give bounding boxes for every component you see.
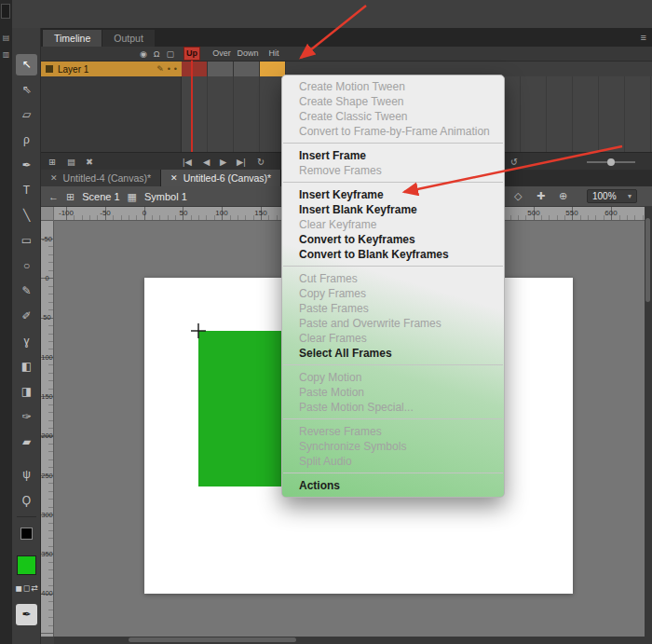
layer-visibility-dot[interactable]: • [168, 64, 170, 74]
tool-icon: ↖ [21, 58, 31, 71]
close-tab-icon[interactable]: ✕ [170, 173, 178, 183]
loop-icon[interactable]: ↻ [257, 153, 265, 171]
paint-bucket-tool[interactable]: ◧ [16, 356, 37, 377]
center-frame-icon[interactable]: ✚ [537, 190, 545, 202]
frame-down[interactable] [234, 62, 260, 76]
window-corner-icon [1, 4, 10, 19]
breadcrumb-scene[interactable]: Scene 1 [82, 191, 119, 202]
text-tool[interactable]: T [16, 180, 37, 201]
breadcrumb-symbol[interactable]: Symbol 1 [144, 191, 187, 202]
rectangle-tool[interactable]: ▭ [16, 230, 37, 252]
ruler-label: 100 [41, 353, 53, 362]
frame-hit-selected[interactable] [260, 62, 286, 76]
ink-bottle-tool[interactable]: ◨ [16, 381, 37, 403]
menu-item: Copy Frames [282, 286, 504, 301]
pen-tool[interactable]: ✒ [16, 155, 37, 176]
menu-item[interactable]: Convert to Blank Keyframes [282, 247, 504, 262]
back-arrow-icon[interactable]: ← [48, 191, 59, 202]
vertical-scrollbar-thumb[interactable] [645, 218, 650, 302]
free-transform-tool[interactable]: ▱ [16, 104, 37, 126]
playhead-marker[interactable]: Up [183, 47, 200, 61]
stroke-color-swatch[interactable] [20, 528, 33, 540]
document-tab-label: Untitled-4 (Canvas)* [63, 172, 152, 184]
play-icon[interactable]: ▶ [220, 153, 226, 171]
frame-over[interactable] [208, 62, 234, 76]
layer-type-icon [46, 65, 53, 73]
line-tool[interactable]: ╲ [16, 205, 37, 226]
panel-menu-icon[interactable]: ≡ [641, 32, 646, 43]
bone-tool[interactable]: ɣ [16, 331, 37, 352]
fill-color-swatch[interactable] [17, 555, 36, 575]
frame-state-label: Hit [269, 47, 279, 61]
tab-timeline[interactable]: Timeline [43, 30, 102, 47]
menu-item: Paste and Overwrite Frames [282, 316, 504, 331]
vertical-scrollbar[interactable] [645, 207, 652, 644]
dock-panel-icon-2[interactable]: ▥ [1, 50, 11, 59]
timeline-zoom-slider[interactable] [587, 161, 635, 163]
lock-all-layers-icon[interactable]: Ω [154, 49, 160, 59]
menu-item: Convert to Frame-by-Frame Animation [282, 124, 504, 139]
reset-timeline-icon[interactable]: ↺ [510, 153, 518, 171]
horizontal-scrollbar[interactable] [54, 637, 645, 644]
default-swap-colors-icon[interactable]: ◼◻⇄ [15, 583, 39, 593]
delete-layer-icon[interactable]: ✖ [86, 153, 93, 171]
frame-ruler: Up OverDownHit [182, 47, 652, 62]
hand-tool[interactable]: ψ [16, 464, 37, 486]
zoom-tool[interactable]: Ϙ [16, 490, 37, 512]
menu-item[interactable]: Convert to Keyframes [282, 232, 504, 247]
selection-tool[interactable]: ↖ [16, 54, 37, 75]
doc-tab-untitled-6[interactable]: ✕ Untitled-6 (Canvas)* [161, 170, 281, 186]
tool-icon: ⇖ [21, 83, 31, 96]
subselection-tool[interactable]: ⇖ [16, 79, 37, 101]
tab-output[interactable]: Output [102, 30, 155, 47]
menu-item[interactable]: Insert Frame [282, 148, 504, 163]
menu-item: Reverse Frames [282, 424, 504, 439]
dock-icon-glyph: ▤ [3, 34, 10, 42]
eyedropper-tool[interactable]: ✑ [16, 406, 37, 428]
step-back-icon[interactable]: ◀ [203, 153, 210, 171]
edit-symbols-icon[interactable]: ⊕ [559, 190, 567, 202]
pencil-tool[interactable]: ✎ [16, 281, 37, 302]
menu-item[interactable]: Select All Frames [282, 346, 504, 361]
ruler-label: 400 [41, 589, 53, 597]
ruler-label: 600 [604, 209, 617, 217]
menu-item[interactable]: Insert Blank Keyframe [282, 202, 504, 217]
new-folder-icon[interactable]: ▤ [67, 153, 75, 171]
timeline-header: ◉Ω▢ Up OverDownHit [41, 47, 652, 62]
oval-tool[interactable]: ○ [16, 255, 37, 277]
eraser-tool[interactable]: ▰ [16, 432, 37, 453]
menu-item[interactable]: Actions [282, 478, 504, 493]
flash-application-window: ▤▥ ↖⇖▱ρ✒T╲▭○✎✐ɣ◧◨✑▰ψϘ ◼◻⇄ ✒ TimelineOutp… [0, 0, 652, 644]
show-hide-all-layers-icon[interactable]: ◉ [140, 49, 147, 59]
ruler-label: 500 [527, 209, 539, 217]
horizontal-scrollbar-thumb[interactable] [129, 637, 296, 642]
ruler-label: 0 [143, 209, 146, 217]
ruler-label: 50 [41, 313, 53, 322]
outline-all-layers-icon[interactable]: ▢ [167, 49, 175, 59]
dock-panel-icon-1[interactable]: ▤ [1, 34, 11, 42]
menu-item[interactable]: Insert Keyframe [282, 187, 504, 202]
menu-item: Synchronize Symbols [282, 439, 504, 454]
chevron-down-icon: ▾ [628, 192, 632, 200]
doc-tab-untitled-4[interactable]: ✕ Untitled-4 (Canvas)* [41, 170, 161, 186]
ruler-label: 150 [41, 392, 53, 401]
ruler-label: 0 [41, 274, 53, 282]
tool-icon: ψ [22, 468, 31, 481]
new-layer-icon[interactable]: ⊞ [48, 153, 56, 171]
edit-scene-icon[interactable]: ◇ [514, 190, 522, 202]
scene-icon: ⊞ [66, 191, 75, 203]
go-to-last-frame-icon[interactable]: ▶| [237, 153, 246, 171]
layer-lock-dot[interactable]: • [174, 64, 177, 74]
tool-options-button[interactable]: ✒ [16, 604, 37, 625]
layer-name-label: Layer 1 [58, 64, 153, 75]
lasso-tool[interactable]: ρ [16, 130, 37, 151]
layer-name-cell[interactable]: Layer 1 ✎ • • [41, 62, 182, 76]
timeline-zoom-slider-thumb[interactable] [607, 158, 615, 166]
menu-item: Create Motion Tween [282, 79, 504, 94]
frame-up-playhead[interactable] [182, 62, 208, 76]
go-to-first-frame-icon[interactable]: |◀ [183, 153, 192, 171]
close-tab-icon[interactable]: ✕ [50, 173, 58, 183]
menu-item: Remove Frames [282, 163, 504, 178]
zoom-select[interactable]: 100% ▾ [587, 189, 637, 203]
brush-tool[interactable]: ✐ [16, 306, 37, 327]
